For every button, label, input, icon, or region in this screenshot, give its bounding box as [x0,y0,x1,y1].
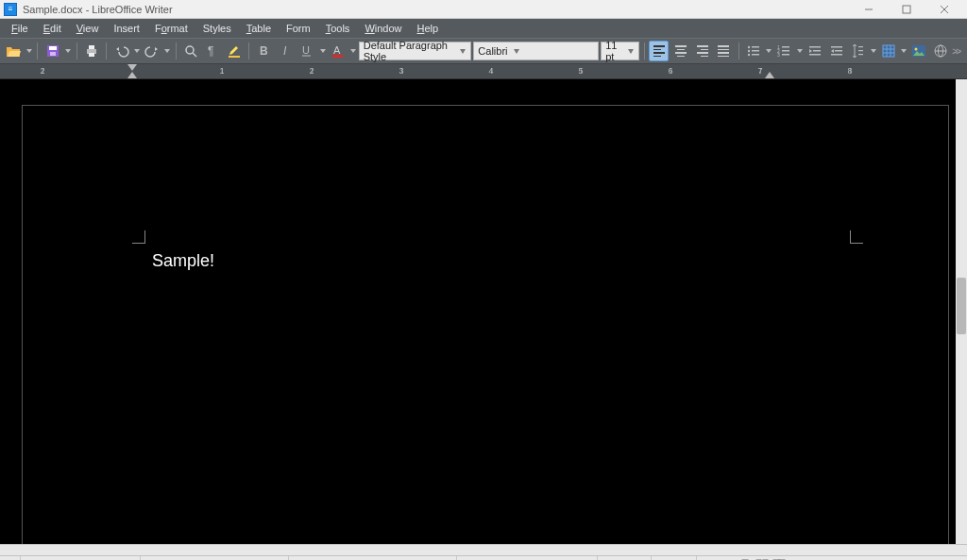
align-center-button[interactable] [670,41,690,61]
table-dropdown[interactable] [900,41,908,61]
line-spacing-dropdown[interactable] [870,41,877,61]
insert-hyperlink-button[interactable] [931,41,951,61]
horizontal-ruler[interactable]: 212345678 [0,64,967,79]
vertical-scrollbar[interactable] [956,79,967,544]
menu-window[interactable]: Window [357,21,409,36]
undo-button[interactable] [111,41,131,61]
underline-dropdown[interactable] [319,41,327,61]
line-spacing-button[interactable] [848,41,868,61]
status-page[interactable]: Page 1 of 1 [21,556,141,560]
save-status-icon[interactable] [0,556,21,560]
paragraph-style-combo[interactable]: Default Paragraph Style [359,42,472,60]
status-selection-mode[interactable] [652,556,697,560]
menu-form[interactable]: Form [279,21,318,36]
italic-button[interactable]: I [276,41,296,61]
status-signature-icon[interactable] [697,556,729,560]
bullet-dropdown[interactable] [766,41,773,61]
menu-insert[interactable]: Insert [106,21,147,36]
decrease-indent-button[interactable] [826,41,846,61]
svg-rect-41 [883,45,894,57]
open-button[interactable] [4,41,24,61]
ruler-label: 2 [40,66,44,76]
menu-edit[interactable]: Edit [36,21,69,36]
first-line-indent-marker[interactable] [127,64,137,71]
font-color-dropdown[interactable] [349,41,357,61]
svg-rect-23 [752,50,759,52]
menu-styles[interactable]: Styles [195,21,239,36]
toolbar-overflow[interactable]: >> [952,46,963,57]
svg-rect-29 [782,50,789,52]
scrollbar-thumb[interactable] [957,278,966,334]
bullet-list-button[interactable] [744,41,764,61]
zoom-value[interactable]: 170% [929,556,967,560]
chevron-down-icon [627,49,635,54]
font-size-combo[interactable]: 11 pt [601,42,638,60]
status-wordcount[interactable]: 1 word, 7 characters [141,556,289,560]
menubar: File Edit View Insert Format Styles Tabl… [0,19,967,38]
ruler-label: 5 [578,66,583,76]
font-size-value: 11 pt [605,40,623,62]
svg-rect-40 [858,54,863,55]
svg-rect-27 [782,46,789,48]
align-right-button[interactable] [692,41,712,61]
window-close-button[interactable] [925,1,963,18]
menu-view[interactable]: View [69,21,107,36]
toolbar-separator [176,42,177,59]
window-maximize-button[interactable] [888,1,925,18]
svg-rect-13 [229,56,240,58]
numbered-list-button[interactable]: 123 [774,41,794,61]
svg-text:A: A [333,44,341,56]
menu-format[interactable]: Format [147,21,195,36]
ruler-label: 4 [488,66,493,76]
find-button[interactable] [181,41,201,61]
menu-tools[interactable]: Tools [318,21,358,36]
horizontal-scrollbar[interactable] [0,544,967,555]
zoom-slider[interactable]: − + [795,556,929,560]
margin-corner-icon [132,230,145,244]
svg-point-20 [748,46,750,48]
svg-rect-5 [49,46,57,50]
document-body-text[interactable]: Sample! [152,251,214,271]
align-justify-button[interactable] [714,41,734,61]
svg-rect-6 [50,52,56,56]
page[interactable]: Sample! [23,106,948,544]
underline-button[interactable]: U [297,41,317,61]
menu-table[interactable]: Table [239,21,279,36]
insert-table-button[interactable] [878,41,898,61]
undo-dropdown[interactable] [133,41,141,61]
left-indent-marker[interactable] [127,72,137,78]
status-language[interactable]: English (USA) [457,556,599,560]
menu-help[interactable]: Help [410,21,447,36]
save-button[interactable] [42,41,62,61]
ruler-label: 6 [668,66,672,76]
svg-rect-19 [332,55,343,58]
status-insert-mode[interactable] [598,556,652,560]
font-color-button[interactable]: A [328,41,348,61]
open-dropdown[interactable] [25,41,33,61]
save-dropdown[interactable] [64,41,72,61]
right-indent-marker[interactable] [765,72,774,78]
svg-point-47 [915,48,918,51]
redo-button[interactable] [143,41,162,61]
menu-file[interactable]: File [4,21,36,36]
svg-rect-33 [813,50,821,52]
highlight-button[interactable] [225,41,245,61]
align-left-button[interactable] [649,41,669,61]
status-page-style[interactable]: Default Page Style [289,556,456,560]
toolbar-separator [76,42,77,59]
svg-rect-35 [831,46,842,48]
print-button[interactable] [82,41,102,61]
toolbar-separator [248,42,249,59]
svg-rect-21 [752,46,759,48]
redo-dropdown[interactable] [164,41,172,61]
insert-image-button[interactable] [909,41,929,61]
formatting-marks-button[interactable]: ¶ [203,41,223,61]
numbered-dropdown[interactable] [796,41,804,61]
svg-rect-1 [903,6,910,13]
font-name-combo[interactable]: Calibri [473,42,599,60]
document-view[interactable]: Sample! [0,79,956,544]
bold-button[interactable]: B [254,41,274,61]
window-minimize-button[interactable] [850,1,888,18]
toolbar-separator [644,42,645,59]
increase-indent-button[interactable] [805,41,824,61]
